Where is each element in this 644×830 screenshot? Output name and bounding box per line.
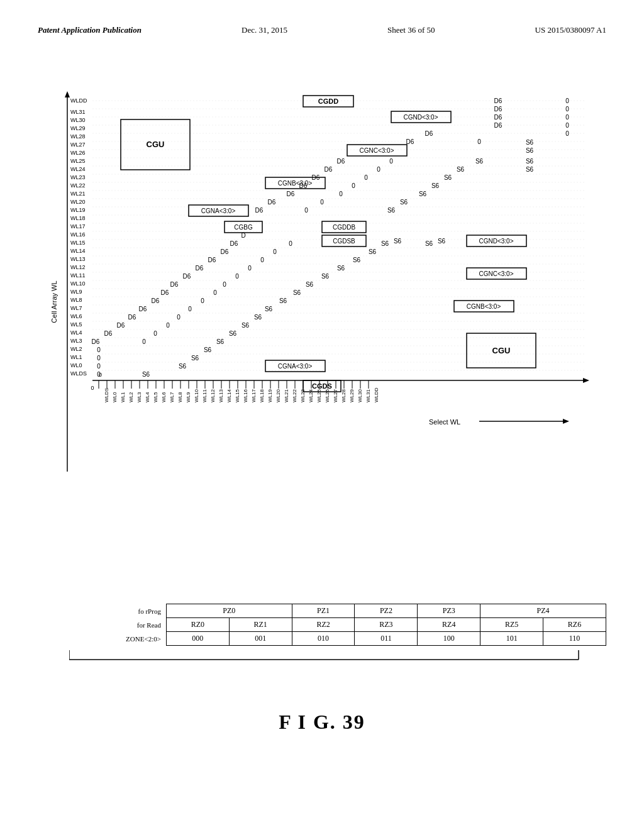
svg-text:0: 0 — [260, 257, 264, 263]
table-area: fo rProg PZ0 PZ1 PZ2 PZ3 PZ4 for Read RZ… — [38, 604, 606, 675]
svg-text:0: 0 — [304, 207, 308, 214]
svg-text:0: 0 — [389, 158, 393, 165]
svg-text:D6: D6 — [337, 158, 345, 165]
svg-text:0: 0 — [235, 273, 239, 280]
diagram-area: Cell Array WL WLDD WL31 WL30 WL29 WL28 W… — [38, 82, 606, 572]
svg-text:0: 0 — [320, 199, 324, 206]
zone-110-cell: 110 — [543, 632, 606, 646]
svg-text:S6: S6 — [293, 289, 301, 296]
svg-text:0: 0 — [142, 338, 146, 345]
svg-text:WL21: WL21 — [284, 389, 289, 402]
svg-text:S6: S6 — [142, 371, 150, 378]
zone-100-cell: 100 — [418, 632, 480, 646]
svg-marker-1 — [65, 91, 70, 97]
page: Patent Application Publication Dec. 31, … — [0, 0, 644, 830]
svg-text:CGBG: CGBG — [234, 224, 253, 231]
svg-text:WL13: WL13 — [70, 256, 86, 262]
svg-text:0: 0 — [565, 114, 569, 121]
svg-text:CGU: CGU — [492, 346, 511, 355]
svg-text:WL20: WL20 — [275, 389, 281, 402]
svg-text:0: 0 — [91, 385, 94, 391]
svg-text:Select WL: Select WL — [429, 418, 460, 426]
svg-text:S6: S6 — [229, 330, 237, 337]
pz3-cell: PZ3 — [418, 604, 480, 618]
svg-text:S6: S6 — [526, 158, 534, 165]
table-row-prog: fo rProg PZ0 PZ1 PZ2 PZ3 PZ4 — [38, 604, 606, 618]
svg-text:D6: D6 — [325, 166, 333, 173]
svg-text:0: 0 — [99, 372, 102, 378]
svg-text:S6: S6 — [265, 306, 273, 313]
svg-text:WL8: WL8 — [70, 297, 82, 303]
svg-text:CGNA<3:0>: CGNA<3:0> — [201, 208, 236, 214]
rz3-cell: RZ3 — [355, 618, 418, 632]
svg-text:WL7: WL7 — [70, 305, 82, 311]
svg-text:WL31: WL31 — [365, 389, 371, 402]
svg-text:CGDDB: CGDDB — [333, 224, 355, 231]
svg-text:WL15: WL15 — [70, 240, 86, 246]
svg-text:S6: S6 — [369, 248, 377, 255]
zone-011-cell: 011 — [355, 632, 418, 646]
svg-text:0: 0 — [201, 297, 204, 304]
zone-table: fo rProg PZ0 PZ1 PZ2 PZ3 PZ4 for Read RZ… — [38, 604, 606, 646]
sheet-label: Sheet 36 of 50 — [387, 25, 435, 35]
svg-text:WL17: WL17 — [70, 223, 86, 230]
svg-text:D6: D6 — [268, 199, 276, 206]
svg-text:WL27: WL27 — [333, 389, 338, 402]
svg-text:D6: D6 — [196, 265, 204, 272]
svg-text:WL17: WL17 — [251, 389, 257, 402]
svg-text:WL22: WL22 — [70, 182, 86, 189]
svg-text:0: 0 — [166, 322, 170, 329]
svg-text:WL10: WL10 — [70, 280, 86, 287]
pz4-cell: PZ4 — [480, 604, 606, 618]
svg-text:Cell Array WL: Cell Array WL — [50, 280, 58, 323]
svg-text:WL6: WL6 — [70, 313, 82, 319]
svg-text:D6: D6 — [494, 114, 502, 121]
publication-label: Patent Application Publication — [38, 25, 142, 35]
svg-text:0: 0 — [223, 281, 226, 288]
svg-text:WL26: WL26 — [70, 150, 86, 156]
svg-text:D6: D6 — [139, 306, 147, 313]
svg-text:WL3: WL3 — [70, 338, 82, 344]
svg-text:WL4: WL4 — [145, 392, 150, 402]
patent-number-label: US 2015/0380097 A1 — [535, 25, 606, 35]
svg-text:WL21: WL21 — [70, 191, 86, 197]
svg-text:WL22: WL22 — [292, 389, 297, 402]
svg-text:S6: S6 — [526, 166, 534, 173]
svg-text:WLDD: WLDD — [70, 97, 87, 104]
svg-text:WL3: WL3 — [136, 392, 142, 402]
svg-text:CGNA<3:0>: CGNA<3:0> — [278, 363, 313, 370]
svg-text:0: 0 — [97, 363, 101, 370]
svg-text:0: 0 — [177, 314, 180, 321]
svg-text:WL11: WL11 — [70, 272, 86, 279]
svg-text:D6: D6 — [312, 174, 320, 181]
zone-001-cell: 001 — [229, 632, 292, 646]
svg-text:WL11: WL11 — [202, 389, 208, 402]
svg-text:S6: S6 — [526, 147, 534, 154]
svg-text:D6: D6 — [208, 257, 216, 263]
pz1-cell: PZ1 — [292, 604, 355, 618]
svg-text:CGNC<3:0>: CGNC<3:0> — [359, 147, 394, 154]
bracket-svg — [69, 647, 610, 672]
zone-010-cell: 010 — [292, 632, 355, 646]
svg-text:WL14: WL14 — [70, 248, 86, 254]
svg-text:WL7: WL7 — [169, 392, 175, 402]
svg-text:D6: D6 — [117, 322, 125, 329]
svg-text:WL8: WL8 — [177, 392, 183, 402]
svg-text:WL4: WL4 — [70, 329, 82, 336]
pz0-cell: PZ0 — [166, 604, 292, 618]
svg-text:S6: S6 — [425, 240, 433, 247]
svg-text:WL30: WL30 — [357, 389, 363, 402]
svg-text:WL5: WL5 — [153, 392, 158, 402]
svg-text:S6: S6 — [457, 166, 465, 173]
svg-marker-228 — [563, 419, 569, 424]
svg-text:WL19: WL19 — [267, 389, 273, 402]
svg-text:0: 0 — [188, 306, 192, 313]
svg-text:S6: S6 — [216, 338, 225, 345]
rz6-cell: RZ6 — [543, 618, 606, 632]
svg-text:D6: D6 — [221, 248, 229, 255]
rz5-cell: RZ5 — [480, 618, 543, 632]
svg-text:0: 0 — [565, 97, 569, 104]
svg-text:D: D — [241, 232, 245, 239]
svg-text:WL9: WL9 — [70, 289, 82, 295]
svg-text:CGNB<3:0>: CGNB<3:0> — [467, 303, 501, 310]
